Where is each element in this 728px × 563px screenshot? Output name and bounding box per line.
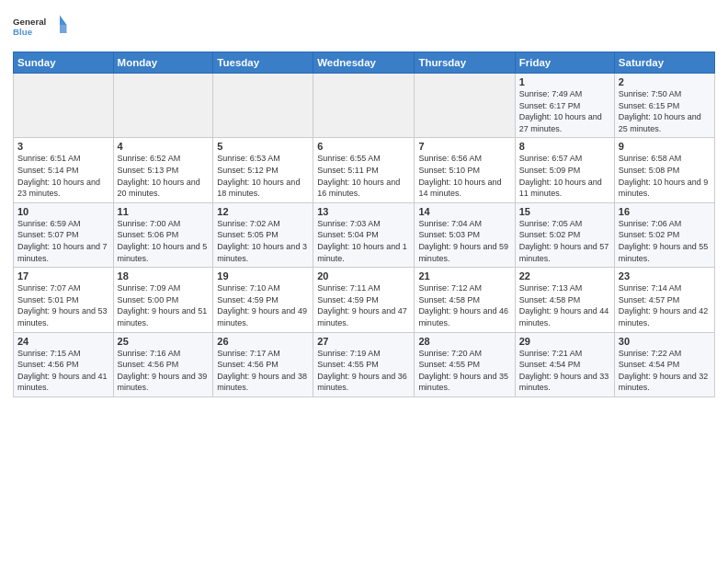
day-info: Sunrise: 7:12 AM Sunset: 4:58 PM Dayligh… [418, 282, 510, 328]
calendar-cell: 5Sunrise: 6:53 AM Sunset: 5:12 PM Daylig… [213, 138, 313, 202]
day-info: Sunrise: 7:00 AM Sunset: 5:06 PM Dayligh… [118, 218, 210, 264]
day-info: Sunrise: 6:57 AM Sunset: 5:09 PM Dayligh… [519, 153, 610, 199]
day-number: 24 [17, 336, 109, 347]
day-info: Sunrise: 6:59 AM Sunset: 5:07 PM Dayligh… [17, 218, 109, 264]
calendar-cell: 7Sunrise: 6:56 AM Sunset: 5:10 PM Daylig… [415, 138, 515, 202]
weekday-header-saturday: Saturday [614, 52, 714, 74]
day-number: 7 [418, 141, 510, 152]
day-info: Sunrise: 7:09 AM Sunset: 5:00 PM Dayligh… [118, 282, 210, 328]
day-number: 12 [217, 206, 309, 217]
calendar-cell: 16Sunrise: 7:06 AM Sunset: 5:02 PM Dayli… [614, 202, 714, 267]
day-number: 4 [118, 141, 210, 152]
day-number: 19 [217, 270, 309, 282]
day-info: Sunrise: 7:15 AM Sunset: 4:56 PM Dayligh… [17, 348, 109, 394]
calendar-cell: 1Sunrise: 7:49 AM Sunset: 6:17 PM Daylig… [515, 74, 614, 138]
day-info: Sunrise: 7:06 AM Sunset: 5:02 PM Dayligh… [619, 218, 711, 264]
day-number: 6 [317, 141, 410, 152]
weekday-header-sunday: Sunday [14, 52, 114, 74]
calendar-cell: 4Sunrise: 6:52 AM Sunset: 5:13 PM Daylig… [113, 138, 213, 202]
logo: General Blue [13, 9, 68, 46]
calendar-cell: 9Sunrise: 6:58 AM Sunset: 5:08 PM Daylig… [614, 138, 714, 202]
day-info: Sunrise: 7:50 AM Sunset: 6:15 PM Dayligh… [619, 88, 711, 134]
day-number: 14 [418, 206, 510, 217]
day-info: Sunrise: 7:13 AM Sunset: 4:58 PM Dayligh… [519, 282, 610, 328]
day-number: 15 [519, 206, 610, 217]
calendar-cell: 20Sunrise: 7:11 AM Sunset: 4:59 PM Dayli… [313, 268, 415, 332]
svg-marker-2 [60, 16, 67, 26]
day-number: 17 [17, 270, 109, 282]
day-number: 11 [118, 206, 210, 217]
day-number: 30 [619, 336, 711, 347]
calendar-cell: 2Sunrise: 7:50 AM Sunset: 6:15 PM Daylig… [614, 74, 714, 138]
day-info: Sunrise: 7:21 AM Sunset: 4:54 PM Dayligh… [519, 348, 610, 394]
day-number: 3 [17, 141, 109, 152]
calendar-cell: 19Sunrise: 7:10 AM Sunset: 4:59 PM Dayli… [213, 268, 313, 332]
day-number: 18 [118, 270, 210, 282]
calendar-cell: 25Sunrise: 7:16 AM Sunset: 4:56 PM Dayli… [113, 332, 213, 396]
day-number: 1 [519, 76, 610, 87]
day-number: 8 [519, 141, 610, 152]
day-info: Sunrise: 6:55 AM Sunset: 5:11 PM Dayligh… [317, 153, 410, 199]
day-number: 2 [619, 76, 711, 87]
day-number: 5 [217, 141, 309, 152]
day-info: Sunrise: 7:05 AM Sunset: 5:02 PM Dayligh… [519, 218, 610, 264]
day-number: 13 [317, 206, 410, 217]
day-info: Sunrise: 7:19 AM Sunset: 4:55 PM Dayligh… [317, 348, 410, 394]
day-number: 9 [619, 141, 711, 152]
calendar-cell: 21Sunrise: 7:12 AM Sunset: 4:58 PM Dayli… [415, 268, 515, 332]
weekday-header-wednesday: Wednesday [313, 52, 415, 74]
calendar-cell: 12Sunrise: 7:02 AM Sunset: 5:05 PM Dayli… [213, 202, 313, 267]
weekday-header-monday: Monday [113, 52, 213, 74]
calendar-cell: 24Sunrise: 7:15 AM Sunset: 4:56 PM Dayli… [14, 332, 114, 396]
calendar-cell: 17Sunrise: 7:07 AM Sunset: 5:01 PM Dayli… [14, 268, 114, 332]
day-number: 27 [317, 336, 410, 347]
calendar-cell: 27Sunrise: 7:19 AM Sunset: 4:55 PM Dayli… [313, 332, 415, 396]
calendar-cell: 10Sunrise: 6:59 AM Sunset: 5:07 PM Dayli… [14, 202, 114, 267]
day-info: Sunrise: 7:02 AM Sunset: 5:05 PM Dayligh… [217, 218, 309, 264]
calendar-cell: 26Sunrise: 7:17 AM Sunset: 4:56 PM Dayli… [213, 332, 313, 396]
weekday-header-friday: Friday [515, 52, 614, 74]
calendar-cell: 30Sunrise: 7:22 AM Sunset: 4:54 PM Dayli… [614, 332, 714, 396]
day-number: 21 [418, 270, 510, 282]
day-info: Sunrise: 7:11 AM Sunset: 4:59 PM Dayligh… [317, 282, 410, 328]
calendar-table: SundayMondayTuesdayWednesdayThursdayFrid… [13, 52, 715, 397]
calendar-cell: 8Sunrise: 6:57 AM Sunset: 5:09 PM Daylig… [515, 138, 614, 202]
day-number: 22 [519, 270, 610, 282]
svg-rect-3 [60, 25, 67, 33]
svg-text:Blue: Blue [13, 27, 33, 37]
day-number: 29 [519, 336, 610, 347]
calendar-cell [213, 74, 313, 138]
day-info: Sunrise: 7:16 AM Sunset: 4:56 PM Dayligh… [118, 348, 210, 394]
day-info: Sunrise: 6:58 AM Sunset: 5:08 PM Dayligh… [619, 153, 711, 199]
weekday-header-thursday: Thursday [415, 52, 515, 74]
day-info: Sunrise: 7:20 AM Sunset: 4:55 PM Dayligh… [418, 348, 510, 394]
calendar-cell: 29Sunrise: 7:21 AM Sunset: 4:54 PM Dayli… [515, 332, 614, 396]
day-info: Sunrise: 6:56 AM Sunset: 5:10 PM Dayligh… [418, 153, 510, 199]
day-info: Sunrise: 7:22 AM Sunset: 4:54 PM Dayligh… [619, 348, 711, 394]
day-number: 26 [217, 336, 309, 347]
day-info: Sunrise: 6:53 AM Sunset: 5:12 PM Dayligh… [217, 153, 309, 199]
day-number: 16 [619, 206, 711, 217]
calendar-cell: 28Sunrise: 7:20 AM Sunset: 4:55 PM Dayli… [415, 332, 515, 396]
day-number: 25 [118, 336, 210, 347]
weekday-header-tuesday: Tuesday [213, 52, 313, 74]
day-info: Sunrise: 7:17 AM Sunset: 4:56 PM Dayligh… [217, 348, 309, 394]
day-info: Sunrise: 7:04 AM Sunset: 5:03 PM Dayligh… [418, 218, 510, 264]
calendar-cell: 18Sunrise: 7:09 AM Sunset: 5:00 PM Dayli… [113, 268, 213, 332]
svg-text:General: General [13, 17, 47, 27]
calendar-cell: 23Sunrise: 7:14 AM Sunset: 4:57 PM Dayli… [614, 268, 714, 332]
day-number: 10 [17, 206, 109, 217]
calendar-cell [313, 74, 415, 138]
calendar-cell: 13Sunrise: 7:03 AM Sunset: 5:04 PM Dayli… [313, 202, 415, 267]
calendar-cell: 15Sunrise: 7:05 AM Sunset: 5:02 PM Dayli… [515, 202, 614, 267]
day-number: 23 [619, 270, 711, 282]
calendar-cell: 3Sunrise: 6:51 AM Sunset: 5:14 PM Daylig… [14, 138, 114, 202]
day-number: 20 [317, 270, 410, 282]
calendar-cell: 6Sunrise: 6:55 AM Sunset: 5:11 PM Daylig… [313, 138, 415, 202]
calendar-cell: 11Sunrise: 7:00 AM Sunset: 5:06 PM Dayli… [113, 202, 213, 267]
calendar-cell: 14Sunrise: 7:04 AM Sunset: 5:03 PM Dayli… [415, 202, 515, 267]
day-info: Sunrise: 7:49 AM Sunset: 6:17 PM Dayligh… [519, 88, 610, 134]
day-number: 28 [418, 336, 510, 347]
day-info: Sunrise: 7:14 AM Sunset: 4:57 PM Dayligh… [619, 282, 711, 328]
calendar-cell [415, 74, 515, 138]
